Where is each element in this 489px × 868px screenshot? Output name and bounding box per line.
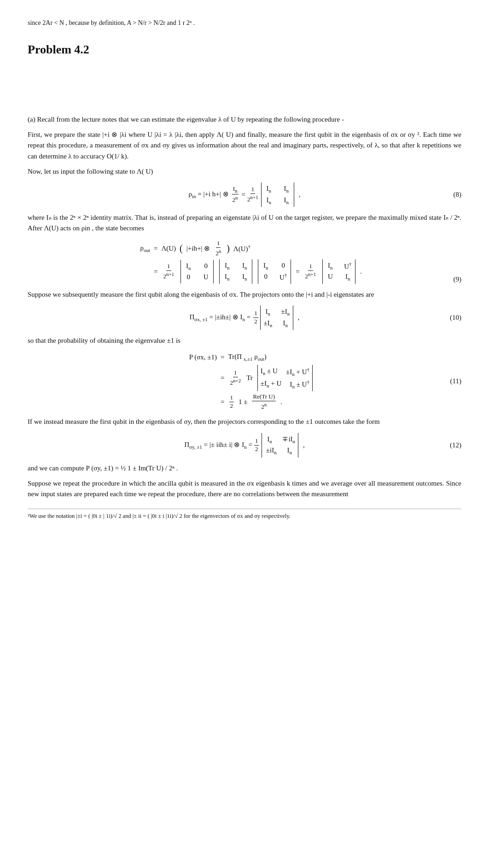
problem-title: Problem 4.2: [28, 41, 461, 59]
para-b: First, we prepare the state |+i ⊗ |λi wh…: [28, 129, 461, 162]
equation-9: ρout = Λ(U) ( |+ih+| ⊗ 12n ) Λ(U)† = 12n…: [28, 240, 461, 284]
eq12-number: (12): [450, 440, 461, 451]
equation-10: Πσx, ±1 = |±ih±| ⊗ In = 12 In ±In ±In In…: [28, 305, 461, 330]
footnote: ²We use the notation |±i = ( |0i ± | 1i)…: [28, 509, 461, 521]
section-a: (a) Recall from the lecture notes that w…: [28, 114, 461, 521]
eq10-number: (10): [450, 312, 461, 323]
para-a: (a) Recall from the lecture notes that w…: [28, 114, 461, 125]
para-h: and we can compute P (σy, ±1) = ½ 1 ± Im…: [28, 463, 461, 474]
equation-8: ρin = |+i h+| ⊗ In 2n = 1 2n+1 In In In …: [28, 182, 461, 207]
para-d: where Iₙ is the 2ⁿ × 2ⁿ identity matrix.…: [28, 212, 461, 234]
para-i: Suppose we repeat the procedure in which…: [28, 478, 461, 500]
para-f: so that the probability of obtaining the…: [28, 335, 461, 346]
para-c: Now, let us input the following state to…: [28, 166, 461, 177]
eq9-number: (9): [454, 274, 462, 285]
top-line: since 2Ar < N , because by definition, A…: [28, 18, 461, 28]
para-g: If we instead measure the first qubit in…: [28, 416, 461, 427]
para-e: Suppose we subsequently measure the firs…: [28, 289, 461, 300]
eq11-number: (11): [450, 376, 461, 387]
equation-12: Πσy, ±1 = |± iih± i| ⊗ In = 12 In ∓iIn ±…: [28, 433, 461, 457]
eq8-number: (8): [454, 189, 462, 200]
equation-11: P (σx, ±1) = Tr(Π x,±1 ρout) = 12n+2 Tr …: [28, 352, 461, 411]
